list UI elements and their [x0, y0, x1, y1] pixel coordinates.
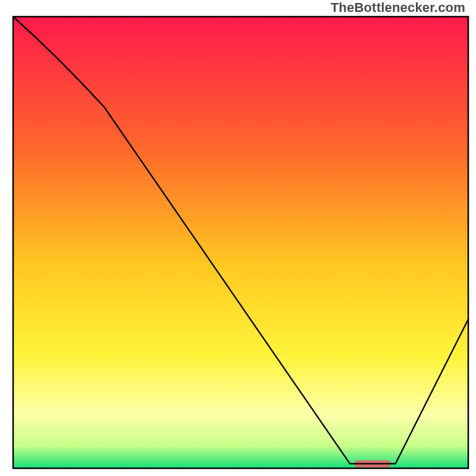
chart-container: TheBottlenecker.com	[0, 0, 476, 476]
bottleneck-chart	[0, 0, 476, 476]
watermark-text: TheBottlenecker.com	[331, 0, 465, 15]
chart-background	[13, 17, 468, 468]
